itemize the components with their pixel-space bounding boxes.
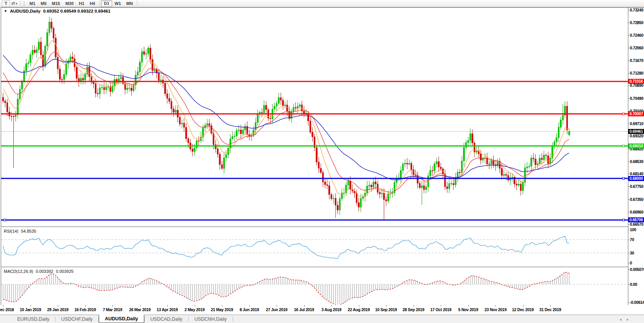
tab-scroll-right-icon[interactable]: ▸ [627, 317, 629, 321]
timeframe-button-m1[interactable]: M1 [27, 0, 38, 7]
arrange-icon: ⇄ [11, 1, 15, 5]
candle-body [198, 141, 200, 141]
candle-body [34, 50, 36, 52]
candle-body [129, 88, 130, 88]
candle-body [232, 137, 233, 139]
candle-body [491, 160, 492, 164]
line-handle[interactable] [623, 145, 624, 147]
candle-body [423, 186, 425, 189]
line-handle[interactable] [4, 219, 6, 221]
candle-body [19, 89, 21, 99]
chart-tab-audusd[interactable]: AUDUSD,Daily [99, 315, 144, 323]
candle-body [310, 121, 311, 132]
candle-body [381, 193, 383, 194]
date-label: 16 Jul 2019 [294, 307, 314, 312]
candle-body [99, 88, 101, 94]
arrange-tool-button[interactable]: ⇄▾ [10, 0, 19, 7]
date-label: 21 May 2019 [211, 307, 233, 312]
candle-body [118, 79, 120, 81]
chart-collapse-icon[interactable]: ▼ [4, 9, 7, 13]
rsi-scale-tick: 30 [630, 251, 644, 255]
candle-body [556, 138, 558, 142]
candle-body [470, 134, 471, 140]
date-tick-mark [85, 305, 86, 307]
date-label: 10 Sep 2019 [375, 307, 397, 312]
date-label: 13 Apr 2019 [157, 307, 178, 312]
timeframe-button-m15[interactable]: M15 [49, 0, 63, 7]
line-handle[interactable] [623, 178, 624, 179]
timeframe-button-d1[interactable]: D1 [101, 0, 112, 7]
candle-body [150, 48, 151, 59]
candle-body [337, 205, 339, 210]
timeframe-button-mn[interactable]: MN [124, 0, 135, 7]
price-scale-tick: 0.73240 [630, 8, 644, 12]
candle-body [297, 106, 298, 108]
candle-body [489, 164, 490, 164]
candle-body [49, 22, 50, 33]
candle-body [64, 75, 65, 80]
date-tick-mark [550, 305, 551, 307]
candle-body [238, 130, 240, 131]
candle-body [116, 79, 117, 81]
price-scale-tick: 0.66960 [630, 210, 644, 214]
candle-body [512, 177, 513, 178]
price-scale-tick: 0.71280 [630, 71, 644, 75]
chart-tab-eurusd[interactable]: EURUSD,Daily [11, 315, 55, 323]
candle-body [465, 142, 467, 147]
candle-body [21, 82, 23, 89]
candle-body [127, 88, 128, 90]
price-scale-tick: 0.69710 [630, 121, 644, 126]
timeframe-button-h1[interactable]: H1 [76, 0, 87, 7]
text-tool-button[interactable]: T [2, 0, 10, 7]
candle-body [303, 111, 305, 114]
date-label: 22 Aug 2019 [348, 307, 370, 312]
candle-body [411, 163, 412, 170]
chart-tab-usdchf[interactable]: USDCHF,Daily [55, 315, 98, 323]
candle-body [137, 72, 139, 75]
toolbar-grip[interactable] [24, 1, 25, 6]
horizontal-line-object[interactable] [1, 219, 628, 220]
timeframe-button-w1[interactable]: W1 [112, 0, 124, 7]
timeframe-button-m5[interactable]: M5 [38, 0, 49, 7]
candle-body [520, 184, 522, 191]
candle-body [360, 198, 362, 207]
date-label: 26 Mar 2019 [129, 307, 150, 312]
date-tick-mark [523, 305, 523, 307]
price-scale-tick: 0.70490 [630, 96, 644, 101]
chart-tab-usdcad[interactable]: USDCAD,Daily [145, 315, 188, 323]
tab-scroll-left-icon[interactable]: ◂ [620, 317, 621, 321]
date-tick-mark [140, 305, 140, 307]
candle-body [160, 80, 162, 80]
chart-symbol: AUDUSD,Daily [10, 9, 41, 13]
horizontal-line-object[interactable] [1, 113, 628, 114]
chart-tab-usdcnh[interactable]: USDCNH,Daily [189, 315, 233, 323]
rsi-pane[interactable] [1, 236, 628, 259]
price-scale-tick: 0.69320 [630, 134, 644, 138]
macd-pane[interactable] [1, 272, 628, 305]
chart-canvas[interactable] [0, 0, 644, 323]
macd-scale-tick: 0.00 [630, 282, 644, 287]
date-label: 3 Aug 2019 [321, 307, 341, 312]
timeframe-button-h4[interactable]: H4 [87, 0, 98, 7]
price-scale-tick: 0.66570 [630, 222, 644, 227]
candle-body [426, 187, 427, 190]
horizontal-line-object[interactable] [1, 81, 628, 82]
candle-body [11, 116, 12, 116]
main-price-pane[interactable] [1, 17, 628, 221]
timeframe-button-m30[interactable]: M30 [63, 0, 76, 7]
candle-body [234, 136, 235, 137]
price-scale-tick: 0.72060 [630, 46, 644, 50]
candle-body [312, 132, 313, 137]
candle-body [141, 52, 143, 62]
horizontal-line-object[interactable] [1, 145, 628, 147]
candle-body [192, 149, 193, 152]
candle-body [223, 158, 225, 168]
candle-body [461, 161, 463, 173]
candle-body [448, 183, 450, 189]
candle-body [522, 183, 524, 191]
line-handle[interactable] [623, 113, 624, 115]
horizontal-line-object[interactable] [1, 178, 628, 179]
rsi-scale-tick: 0 [630, 261, 644, 265]
rsi-label: RSI(14) [4, 229, 18, 233]
line-handle[interactable] [623, 219, 624, 221]
